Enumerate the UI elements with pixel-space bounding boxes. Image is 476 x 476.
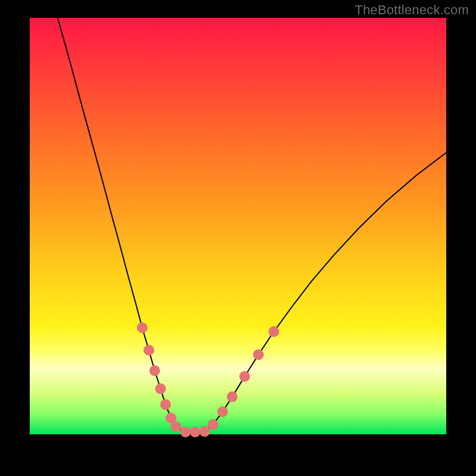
chart-frame: TheBottleneck.com xyxy=(0,0,476,476)
data-point xyxy=(180,427,191,437)
data-point xyxy=(155,383,166,394)
data-point xyxy=(268,326,279,337)
data-point xyxy=(149,365,160,376)
data-point xyxy=(160,399,171,410)
data-point xyxy=(199,426,210,437)
data-point xyxy=(227,392,237,402)
data-point xyxy=(217,406,228,417)
data-point xyxy=(239,371,250,382)
data-point xyxy=(137,322,148,333)
data-point xyxy=(143,345,154,356)
data-point xyxy=(171,421,181,432)
plot-background xyxy=(30,18,446,434)
bottleneck-chart xyxy=(0,0,476,476)
data-point xyxy=(253,349,264,360)
data-point xyxy=(208,419,218,430)
data-point xyxy=(190,427,201,437)
